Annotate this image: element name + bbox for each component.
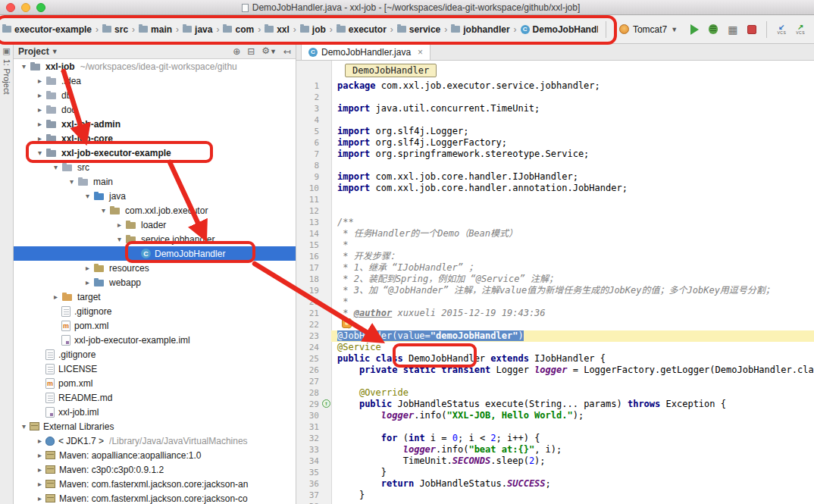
tree-item-xxl-job[interactable]: ▾xxl-job~/workspaces/idea-git-workspace/…: [14, 59, 296, 74]
close-tab-icon[interactable]: ×: [418, 47, 423, 58]
tree-item-java[interactable]: ▾java: [14, 189, 296, 203]
tree-item-xxl-job-executor-example[interactable]: ▾xxl-job-executor-example: [14, 146, 296, 160]
debug-button[interactable]: [709, 24, 718, 34]
project-view-select[interactable]: Project: [18, 46, 49, 57]
minimize-window-icon[interactable]: [21, 3, 30, 12]
tree-item-demojobhandler[interactable]: CDemoJobHandler: [14, 246, 296, 261]
tree-item-idea[interactable]: ▸.idea: [14, 74, 296, 88]
code-line-2[interactable]: 2: [296, 92, 814, 103]
expand-chevron-icon[interactable]: ▸: [34, 494, 45, 502]
tree-item-xxl-job-iml[interactable]: xxl-job.iml: [14, 405, 296, 419]
tree-item-loader[interactable]: ▸loader: [14, 218, 296, 232]
code-line-10[interactable]: 10import com.xxl.job.core.handler.annota…: [296, 183, 814, 194]
zoom-window-icon[interactable]: [36, 3, 45, 12]
vcs-update-button[interactable]: ↙ VCS: [777, 23, 786, 35]
expand-chevron-icon[interactable]: ▸: [34, 91, 45, 99]
code-line-12[interactable]: 12: [296, 205, 814, 217]
code-line-38[interactable]: 38: [296, 501, 814, 504]
tree-item-maven-com-fasterxml-jackson-core-jackson-co[interactable]: ▸Maven: com.fasterxml.jackson.core:jacks…: [14, 491, 296, 504]
tree-item-xxl-job-core[interactable]: ▸xxl-job-core: [14, 131, 296, 146]
tree-item-xxl-job-admin[interactable]: ▸xxl-job-admin: [14, 117, 296, 131]
collapse-chevron-icon[interactable]: ▾: [18, 422, 30, 430]
tree-item-readme-md[interactable]: README.md: [14, 390, 296, 405]
tree-item-resources[interactable]: ▸resources: [14, 261, 296, 275]
collapse-chevron-icon[interactable]: ▾: [114, 235, 125, 243]
breadcrumb-item-main[interactable]: main: [138, 23, 173, 36]
breadcrumb-item-executor-example[interactable]: executor-example: [2, 23, 92, 36]
tree-item-db[interactable]: ▸db: [14, 88, 296, 102]
tree-item-xxl-job-executor-example-iml[interactable]: xxl-job-executor-example.iml: [14, 333, 296, 347]
breadcrumb-item-xxl[interactable]: xxl: [264, 23, 290, 36]
breadcrumb-item-job[interactable]: job: [299, 23, 327, 36]
breadcrumb-item-demojobhandler[interactable]: CDemoJobHandler: [520, 23, 598, 36]
code-line-23[interactable]: 23@JobHander(value="demoJobHandler"): [296, 330, 814, 342]
tree-item-maven-aopalliance-aopalliance-1-0[interactable]: ▸Maven: aopalliance:aopalliance:1.0: [14, 448, 296, 462]
code-line-15[interactable]: 15 *: [296, 239, 814, 251]
gear-icon[interactable]: ⚙▼: [261, 46, 277, 56]
code-line-22[interactable]: 22 */: [296, 319, 814, 330]
override-marker-icon[interactable]: ↑: [322, 399, 330, 408]
code-line-31[interactable]: 31: [296, 421, 814, 433]
code-line-14[interactable]: 14 * 任务Handler的一个Demo（Bean模式）: [296, 228, 814, 239]
code-line-6[interactable]: 6import org.slf4j.LoggerFactory;: [296, 137, 814, 149]
breadcrumb-item-executor[interactable]: executor: [336, 23, 387, 36]
code-line-9[interactable]: 9import com.xxl.job.core.handler.IJobHan…: [296, 171, 814, 183]
tree-item-maven-com-fasterxml-jackson-core-jackson-an[interactable]: ▸Maven: com.fasterxml.jackson.core:jacks…: [14, 477, 296, 491]
tree-item-webapp[interactable]: ▸webapp: [14, 275, 296, 290]
collapse-chevron-icon[interactable]: ▾: [34, 149, 45, 157]
breadcrumb-item-service[interactable]: service: [396, 23, 441, 36]
breadcrumb-item-src[interactable]: src: [102, 23, 129, 36]
tree-item-gitignore[interactable]: .gitignore: [14, 304, 296, 318]
code-line-19[interactable]: 19 * 3、加 “@JobHander” 注解，注解value值为新增任务生成…: [296, 285, 814, 296]
expand-chevron-icon[interactable]: ▸: [34, 465, 45, 474]
breadcrumb-item-jobhandler[interactable]: jobhandler: [450, 23, 510, 36]
expand-chevron-icon[interactable]: ▸: [34, 134, 45, 142]
stop-button[interactable]: [747, 25, 756, 34]
code-line-20[interactable]: 20 *: [296, 296, 814, 308]
tree-item-doc[interactable]: ▸doc: [14, 102, 296, 117]
collapse-chevron-icon[interactable]: ▾: [82, 192, 93, 200]
expand-chevron-icon[interactable]: ▸: [34, 120, 45, 128]
code-line-34[interactable]: 34 TimeUnit.SECONDS.sleep(2);: [296, 455, 814, 467]
tree-item-gitignore[interactable]: .gitignore: [14, 347, 296, 362]
code-line-18[interactable]: 18 * 2、装配到Spring，例如加 “@Service” 注解；: [296, 274, 814, 285]
tree-item-license[interactable]: LICENSE: [14, 362, 296, 376]
code-line-28[interactable]: 28 @Override: [296, 387, 814, 399]
code-line-33[interactable]: 33 logger.info("beat at:{}", i);: [296, 444, 814, 455]
collapse-chevron-icon[interactable]: ▾: [50, 163, 61, 171]
run-configuration-select[interactable]: Tomcat7 ▼: [616, 23, 681, 36]
expand-chevron-icon[interactable]: ▸: [82, 278, 93, 286]
code-line-26[interactable]: 26 private static transient Logger logge…: [296, 365, 814, 376]
project-tool-button[interactable]: 1: Project: [2, 59, 11, 94]
code-line-16[interactable]: 16 * 开发步骤：: [296, 251, 814, 262]
tree-item-jdk1-7[interactable]: ▸< JDK1.7 >/Library/Java/JavaVirtualMach…: [14, 434, 296, 448]
expand-chevron-icon[interactable]: ▸: [34, 451, 45, 459]
collapse-chevron-icon[interactable]: ▾: [66, 177, 77, 186]
code-line-25[interactable]: 25public class DemoJobHandler extends IJ…: [296, 353, 814, 365]
code-line-5[interactable]: 5import org.slf4j.Logger;: [296, 126, 814, 137]
code-line-24[interactable]: 24@Service: [296, 342, 814, 353]
code-line-3[interactable]: 3import java.util.concurrent.TimeUnit;: [296, 103, 814, 114]
expand-chevron-icon[interactable]: ▸: [82, 264, 93, 272]
tree-item-service-jobhandler[interactable]: ▾service.jobhandler: [14, 232, 296, 246]
vcs-commit-button[interactable]: ↗ VCS: [796, 23, 805, 35]
code-line-32[interactable]: 32 for (int i = 0; i < 2; i++) {: [296, 433, 814, 444]
code-line-7[interactable]: 7import org.springframework.stereotype.S…: [296, 149, 814, 160]
code-line-30[interactable]: 30 logger.info("XXL-JOB, Hello World.");: [296, 410, 814, 421]
collapse-chevron-icon[interactable]: ▾: [98, 206, 109, 214]
tree-item-external-libraries[interactable]: ▾External Libraries: [14, 419, 296, 434]
tree-item-src[interactable]: ▾src: [14, 160, 296, 174]
collapse-all-icon[interactable]: ⊟: [247, 47, 255, 56]
tree-item-maven-c3p0-c3p0-0-9-1-2[interactable]: ▸Maven: c3p0:c3p0:0.9.1.2: [14, 462, 296, 477]
code-line-21[interactable]: 21 * @author xuxueli 2015-12-19 19:43:36: [296, 308, 814, 319]
code-line-29[interactable]: 29↑ public JobHandleStatus execute(Strin…: [296, 399, 814, 410]
expand-chevron-icon[interactable]: ▸: [114, 221, 125, 229]
tree-item-main[interactable]: ▾main: [14, 174, 296, 189]
code-line-27[interactable]: 27: [296, 376, 814, 387]
code-line-37[interactable]: 37 }: [296, 490, 814, 501]
locate-file-icon[interactable]: ⊕: [233, 47, 240, 56]
expand-chevron-icon[interactable]: ▸: [50, 293, 61, 301]
expand-chevron-icon[interactable]: ▸: [34, 105, 45, 114]
coverage-button[interactable]: ▦: [728, 24, 737, 35]
expand-chevron-icon[interactable]: ▸: [34, 437, 45, 445]
